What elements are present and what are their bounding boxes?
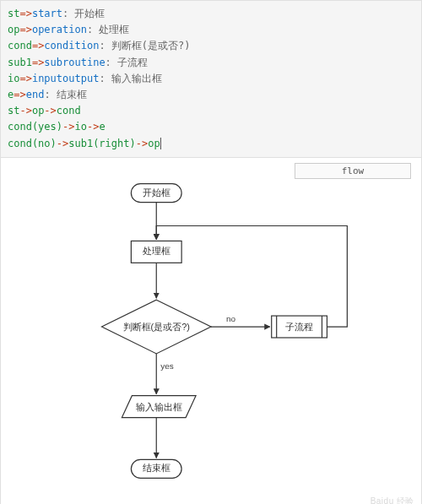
edge-yes-label: yes <box>160 361 174 371</box>
node-op-label: 处理框 <box>143 246 170 256</box>
node-start-label: 开始框 <box>143 187 170 197</box>
code-block: st=>start: 开始框 op=>operation: 处理框 cond=>… <box>0 0 422 158</box>
edge-no-label: no <box>226 314 236 323</box>
node-cond-label: 判断框(是或否?) <box>123 322 190 332</box>
flowchart-svg: 开始框 处理框 判断框(是或否?) yes no 子流程 输入输出框 结束框 <box>1 158 421 504</box>
flowchart-canvas: flow 开始框 处理框 判断框(是或否?) yes no 子流程 <box>0 158 422 504</box>
watermark: Baidu 经验 <box>371 496 414 504</box>
edge <box>156 225 347 327</box>
node-end-label: 结束框 <box>143 463 170 473</box>
node-io-label: 输入输出框 <box>136 401 182 411</box>
node-sub1-label: 子流程 <box>285 322 313 332</box>
